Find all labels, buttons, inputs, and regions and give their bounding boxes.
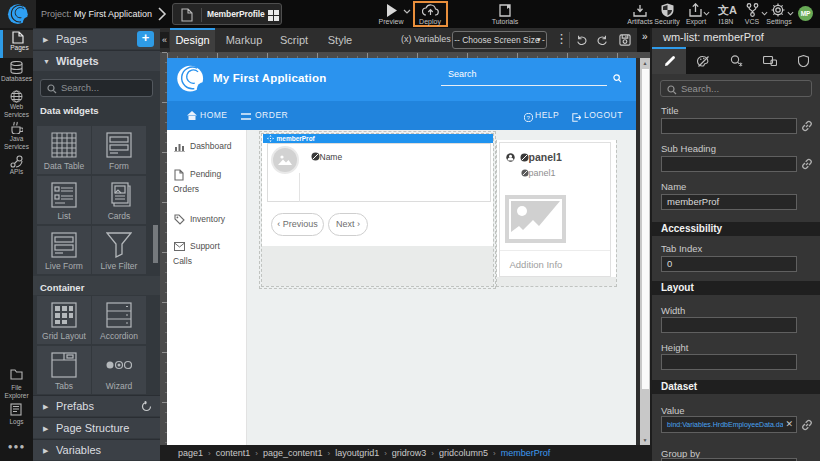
- svg-text:?: ?: [527, 113, 531, 120]
